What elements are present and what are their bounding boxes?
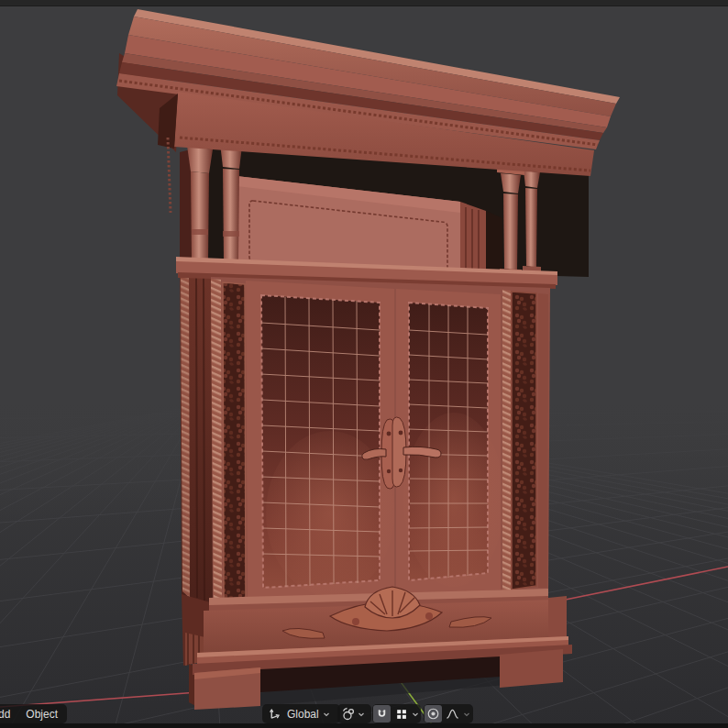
falloff-curve-icon[interactable] [444,705,461,722]
pivot-point-dropdown[interactable] [337,704,371,723]
blender-window: Add Object Global [0,0,728,728]
editor-bottom-edge [0,723,728,728]
proportional-edit-controls[interactable] [424,704,473,723]
transform-orientation-dropdown[interactable]: Global [262,704,340,723]
left-door [246,281,394,604]
transform-orientation-label: Global [287,708,319,721]
editor-top-edge [0,0,728,6]
snap-magnet-icon[interactable] [373,705,391,722]
chevron-down-icon [358,711,365,718]
right-door [396,289,504,597]
cabinet-model[interactable] [116,9,620,710]
viewport-3d[interactable] [0,0,728,728]
chevron-down-icon [323,711,330,718]
header-menu-group: Add Object [0,704,67,723]
proportional-editing-icon[interactable] [425,705,442,722]
pivot-point-icon [339,705,357,722]
snap-controls[interactable] [372,704,421,723]
chevron-down-icon [463,711,470,718]
snap-target-icon[interactable] [392,705,410,722]
chevron-down-icon [412,711,419,718]
transform-orientation-icon [266,705,283,722]
menu-add[interactable]: Add [0,708,10,721]
menu-object[interactable]: Object [26,708,58,721]
